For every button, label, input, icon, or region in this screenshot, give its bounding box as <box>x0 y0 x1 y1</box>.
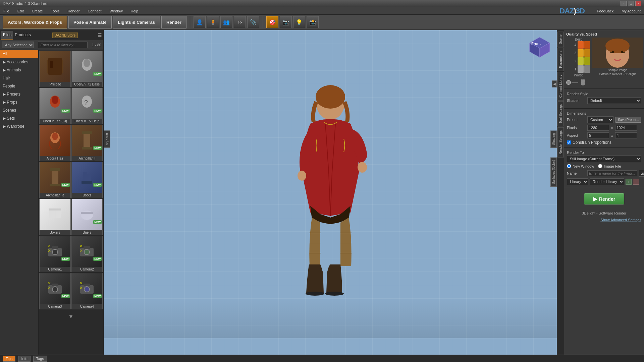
feedback-btn[interactable]: FeedBack <box>595 8 616 14</box>
new-window-radio-input[interactable] <box>567 164 571 168</box>
my-stuff-tab[interactable]: My Stuff <box>104 131 110 148</box>
preset-dropdown[interactable]: Custom <box>587 116 613 123</box>
tab-info[interactable]: Info <box>18 356 30 362</box>
my-account-btn[interactable]: My Account <box>620 8 643 14</box>
lights-icon[interactable]: 💡 <box>293 16 305 28</box>
render-to-dropdown[interactable]: Still Image (Current Frame) <box>567 156 641 162</box>
vtab-parameters[interactable]: Parameters <box>557 48 564 71</box>
cat-all[interactable]: All <box>0 50 38 58</box>
surfaces-color-tab[interactable]: Surfaces (Color) <box>550 158 557 187</box>
filter-input[interactable] <box>38 42 88 48</box>
menu-window[interactable]: Window <box>107 8 124 14</box>
thumb-camera1[interactable]: ✕✕ NEW Camera1 <box>39 236 71 273</box>
menu-render[interactable]: Render <box>65 8 82 14</box>
thumb-briefs[interactable]: NEW Briefs <box>71 199 103 235</box>
thumb-uberen-gl[interactable]: NEW UberEn...ce (Gl) <box>39 88 71 124</box>
tab-lights-cameras[interactable]: Lights & Cameras <box>113 16 160 28</box>
tab-pose-animate[interactable]: Pose & Animate <box>68 16 112 28</box>
merge-icon[interactable]: ⇔ <box>234 16 246 28</box>
quality-slider[interactable] <box>572 82 578 83</box>
q-bar-2a[interactable] <box>578 57 584 65</box>
selection-dropdown[interactable]: Any Selection <box>2 42 34 48</box>
tab-products[interactable]: Products <box>13 31 32 40</box>
cat-sets[interactable]: ▶ Sets <box>0 114 38 122</box>
pixels-width-input[interactable] <box>587 125 609 131</box>
library-dropdown[interactable]: Library <box>567 178 588 185</box>
pixels-height-input[interactable] <box>615 125 637 131</box>
menu-create[interactable]: Create <box>30 8 45 14</box>
thumb-archpillar-l[interactable]: NEW Archpillar_l <box>71 125 103 161</box>
save-preset-btn[interactable]: Save Preset... <box>615 117 641 123</box>
render-library-dropdown[interactable]: Render Library <box>590 178 624 185</box>
vtab-scene[interactable]: Scene <box>557 32 564 47</box>
menu-help[interactable]: Help <box>129 8 141 14</box>
shaping-tab[interactable]: Shaping <box>550 131 557 148</box>
tab-files[interactable]: Files <box>1 31 13 40</box>
cat-hair[interactable]: Hair <box>0 74 38 82</box>
menu-tools[interactable]: Tools <box>49 8 62 14</box>
viewport[interactable]: Front ◀ Shaping Surfaces (Color) My Stuf… <box>104 30 557 355</box>
thumb-uberen-base[interactable]: NEW UberEn...t2 Base <box>71 51 103 87</box>
camera-icon[interactable]: 📷 <box>280 16 292 28</box>
thumb-camera4[interactable]: ✕✕ NEW Camera4 <box>71 273 103 309</box>
cat-wardrobe[interactable]: ▶ Wardrobe <box>0 122 38 130</box>
cat-accessories[interactable]: ▶ Accessories <box>0 58 38 66</box>
maximize-btn[interactable]: □ <box>628 1 634 6</box>
right-collapse-btn[interactable]: ◀ <box>552 80 557 87</box>
thumb-camera3[interactable]: ✕✕ NEW Camera3 <box>39 273 71 309</box>
menu-edit[interactable]: Edit <box>15 8 26 14</box>
thumb-archpillar-r[interactable]: NEW Archpillar_R <box>39 162 71 198</box>
thumb-aldora-hair[interactable]: Aldora Hair <box>39 125 71 161</box>
menu-connect[interactable]: Connect <box>86 8 104 14</box>
scroll-down-icon[interactable]: ▼ <box>68 314 74 320</box>
aspect-w-input[interactable] <box>587 132 609 138</box>
thumb-preload[interactable]: !Preload <box>39 51 71 87</box>
cat-animals[interactable]: ▶ Animals <box>0 66 38 74</box>
perspective-cube[interactable]: Front <box>528 36 551 59</box>
snapshot-icon[interactable]: 📸 <box>307 16 319 28</box>
vtab-render-settings[interactable]: Render Settings <box>557 127 564 158</box>
figure-icon[interactable]: 👤 <box>194 16 206 28</box>
lib-remove-btn[interactable]: − <box>633 179 639 185</box>
attach-icon[interactable]: 📎 <box>247 16 259 28</box>
lib-add-btn[interactable]: + <box>626 179 632 185</box>
tab-tags[interactable]: Tags <box>33 356 47 362</box>
close-btn[interactable]: × <box>635 1 641 6</box>
thumb-boots[interactable]: NEW Boots <box>71 162 103 198</box>
cat-props[interactable]: ▶ Props <box>0 98 38 106</box>
q-bar-4b[interactable] <box>584 41 590 49</box>
group-icon[interactable]: 👥 <box>220 16 232 28</box>
extension-dropdown[interactable]: .png .jpg <box>639 170 644 177</box>
tab-actors-wardrobe-props[interactable]: Actors, Wardrobe & Props <box>3 16 67 28</box>
q-bar-3b[interactable] <box>584 49 590 57</box>
pose-icon[interactable]: 🧍 <box>207 16 219 28</box>
minimize-btn[interactable]: − <box>621 1 627 6</box>
image-file-radio-input[interactable] <box>598 164 602 168</box>
vtab-content-library[interactable]: Content Library <box>557 72 564 101</box>
thumb-camera2[interactable]: ✕✕ NEW Camera2 <box>71 236 103 273</box>
cat-people[interactable]: People <box>0 82 38 90</box>
shader-dropdown[interactable]: Default <box>587 97 641 104</box>
constrain-checkbox[interactable] <box>567 140 571 144</box>
thumb-boxers[interactable]: Boxers <box>39 199 71 235</box>
q-bar-1b[interactable] <box>584 65 590 73</box>
q-bar-1a[interactable] <box>578 65 584 73</box>
tab-tips[interactable]: Tips <box>3 356 15 362</box>
q-bar-2b[interactable] <box>584 57 590 65</box>
cat-presets[interactable]: ▶ Presets <box>0 90 38 98</box>
menu-file[interactable]: File <box>1 8 11 14</box>
name-input[interactable] <box>587 170 637 176</box>
quality-toggle-left[interactable] <box>566 80 571 85</box>
render-quick-icon[interactable]: 🎯 <box>266 16 278 28</box>
aspect-h-input[interactable] <box>615 132 637 138</box>
thumb-uberen-help[interactable]: ? NEW UberEn...t2 Help <box>71 88 103 124</box>
advanced-settings-link[interactable]: Show Advanced Settings <box>564 217 644 223</box>
q-bar-3a[interactable] <box>578 49 584 57</box>
q-bar-4a[interactable] <box>578 41 584 49</box>
vtab-tool-settings[interactable]: Tool Settings <box>557 101 564 126</box>
tab-render[interactable]: Render <box>161 16 186 28</box>
daz-store-btn[interactable]: DAZ 3D Store <box>52 33 78 38</box>
cat-scenes[interactable]: Scenes <box>0 106 38 114</box>
panel-menu-icon[interactable]: ☰ <box>98 33 102 38</box>
render-btn[interactable]: ▶ Render <box>584 193 624 204</box>
